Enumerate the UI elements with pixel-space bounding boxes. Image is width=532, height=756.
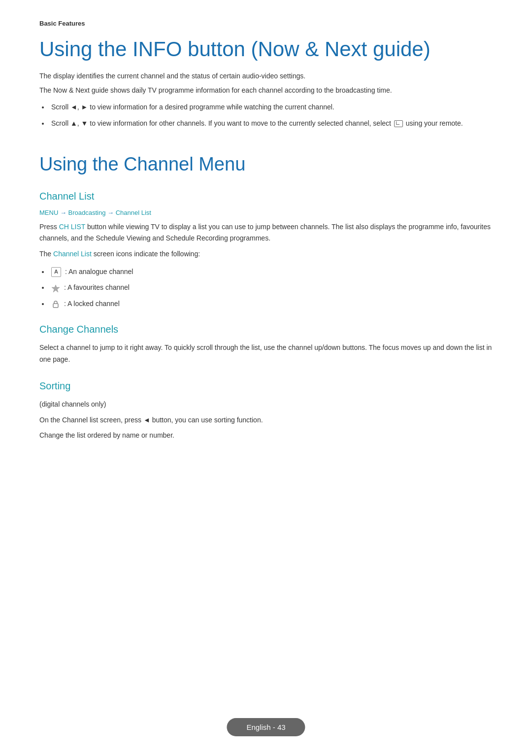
list-item: Scroll ▲, ▼ to view information for othe…	[49, 118, 493, 129]
bullet-scroll-lr: Scroll ◄, ► to view information for a de…	[51, 103, 334, 111]
sorting-body1: (digital channels only)	[39, 399, 493, 411]
section1-intro1: The display identifies the current chann…	[39, 70, 493, 81]
channel-list-title: Channel List	[39, 191, 493, 202]
list-item: Scroll ◄, ► to view information for a de…	[49, 102, 493, 112]
svg-rect-1	[53, 304, 58, 308]
bullet-scroll-ud: Scroll ▲, ▼ to view information for othe…	[51, 119, 463, 127]
section1-title: Using the INFO button (Now & Next guide)	[39, 37, 493, 62]
arrow2: →	[107, 209, 116, 216]
sorting-body2: On the Channel list screen, press ◄ butt…	[39, 414, 493, 426]
sorting-title: Sorting	[39, 380, 493, 392]
ch-list-highlight: CH LIST	[59, 223, 85, 231]
channel-list-highlight2: Channel List	[53, 250, 92, 258]
breadcrumb: Basic Features	[39, 20, 493, 27]
list-item: A : An analogue channel	[49, 266, 493, 277]
broadcasting-link: Broadcasting	[68, 209, 106, 216]
section1-bullets: Scroll ◄, ► to view information for a de…	[49, 102, 493, 129]
footer-label: English - 43	[246, 723, 285, 731]
change-channels-title: Change Channels	[39, 324, 493, 335]
favourites-icon	[51, 284, 60, 293]
enter-icon	[394, 120, 403, 127]
section2-title: Using the Channel Menu	[39, 153, 493, 176]
locked-icon	[51, 300, 60, 309]
channel-list-link: Channel List	[116, 209, 151, 216]
list-item: : A locked channel	[49, 298, 493, 309]
svg-marker-0	[52, 285, 60, 292]
page-container: Basic Features Using the INFO button (No…	[0, 0, 532, 495]
footer-badge: English - 43	[227, 718, 305, 736]
channel-list-body2: The Channel List screen icons indicate t…	[39, 248, 493, 260]
locked-desc: : A locked channel	[64, 300, 120, 308]
menu-link: MENU	[39, 209, 58, 216]
arrow1: →	[60, 209, 68, 216]
list-item: : A favourites channel	[49, 282, 493, 293]
section1-intro2: The Now & Next guide shows daily TV prog…	[39, 85, 493, 96]
change-channels-body: Select a channel to jump to it right awa…	[39, 342, 493, 366]
favourites-desc: : A favourites channel	[64, 283, 130, 291]
menu-path: MENU → Broadcasting → Channel List	[39, 209, 493, 216]
sorting-body3: Change the list ordered by name or numbe…	[39, 430, 493, 442]
analogue-icon: A	[51, 267, 61, 277]
analogue-desc: : An analogue channel	[65, 268, 133, 275]
channel-list-body1: Press CH LIST button while viewing TV to…	[39, 221, 493, 245]
channel-list-icons: A : An analogue channel : A favourites c…	[49, 266, 493, 309]
